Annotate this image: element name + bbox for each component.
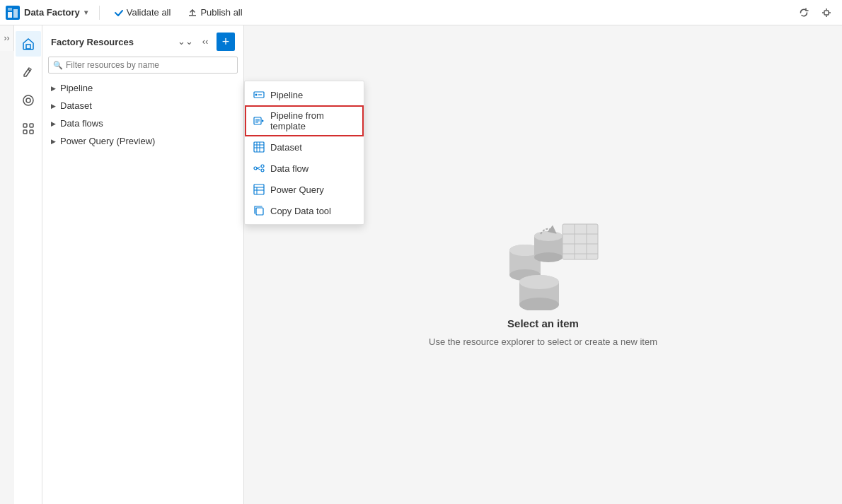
- manage-icon: [22, 122, 35, 135]
- expand-icon: ››: [4, 33, 10, 43]
- svg-line-34: [257, 168, 260, 170]
- settings-button[interactable]: [817, 3, 836, 23]
- add-resource-dropdown: Pipeline Pipeline from template: [244, 81, 364, 225]
- svg-rect-16: [23, 130, 27, 134]
- sidebar-header: Factory Resources ⌄⌄ ‹‹ +: [42, 25, 243, 57]
- brand-chevron[interactable]: ▾: [84, 8, 88, 16]
- dataset-chevron: ▶: [51, 102, 56, 110]
- collapse-icon: ⌄⌄: [178, 36, 193, 47]
- sidebar-tree: ▶ Pipeline ▶ Dataset ▶ Data flows ▶ Powe…: [42, 79, 243, 504]
- power-query-menu-icon: [253, 184, 265, 195]
- sidebar-header-actions: ⌄⌄ ‹‹ +: [177, 33, 235, 51]
- menu-item-dataset[interactable]: Dataset: [245, 136, 364, 158]
- menu-item-power-query[interactable]: Power Query: [245, 179, 364, 200]
- search-input[interactable]: [66, 60, 233, 70]
- main-layout: ››: [0, 25, 842, 504]
- pipeline-template-menu-icon: [253, 115, 265, 127]
- powerquery-chevron: ▶: [51, 138, 56, 145]
- plus-icon: +: [222, 35, 230, 48]
- dataset-label: Dataset: [60, 100, 92, 111]
- pipeline-chevron: ▶: [51, 85, 56, 92]
- data-factory-icon: [6, 6, 20, 20]
- dataset-menu-icon: [253, 141, 265, 153]
- svg-rect-35: [254, 184, 264, 194]
- topbar: Data Factory ▾ Validate all Publish all: [0, 0, 842, 25]
- svg-rect-15: [30, 124, 33, 127]
- empty-state-title: Select an item: [507, 317, 579, 329]
- validate-all-button[interactable]: Validate all: [108, 4, 177, 20]
- refresh-button[interactable]: [794, 3, 814, 23]
- menu-dataset-label: Dataset: [270, 142, 302, 153]
- svg-point-32: [261, 169, 264, 172]
- nav-edit[interactable]: [16, 59, 41, 85]
- add-resource-button[interactable]: +: [217, 33, 235, 51]
- tree-item-dataflows[interactable]: ▶ Data flows: [42, 115, 243, 132]
- svg-rect-1: [8, 12, 12, 18]
- menu-data-flow-label: Data flow: [270, 163, 308, 174]
- copy-data-menu-icon: [253, 205, 265, 216]
- svg-rect-2: [13, 9, 18, 18]
- search-icon: 🔍: [53, 61, 63, 70]
- validate-icon: [114, 8, 124, 18]
- publish-icon: [188, 8, 197, 18]
- data-flow-menu-icon: [253, 163, 265, 174]
- svg-rect-39: [256, 208, 263, 215]
- sidebar-title: Factory Resources: [51, 37, 134, 47]
- svg-line-11: [28, 69, 30, 71]
- monitor-icon: [22, 94, 35, 107]
- powerquery-label: Power Query (Preview): [60, 136, 155, 146]
- svg-point-46: [534, 252, 563, 262]
- search-box[interactable]: 🔍: [48, 57, 238, 74]
- svg-rect-3: [8, 8, 12, 11]
- expand-nav-button[interactable]: ››: [0, 25, 14, 51]
- topbar-divider: [99, 6, 100, 20]
- svg-point-19: [255, 94, 258, 96]
- svg-point-47: [534, 231, 563, 241]
- collapse-sidebar-button[interactable]: ‹‹: [197, 33, 214, 49]
- menu-item-pipeline-from-template[interactable]: Pipeline from template: [245, 105, 364, 136]
- menu-item-copy-data-tool[interactable]: Copy Data tool: [245, 200, 364, 221]
- refresh-icon: [799, 8, 809, 18]
- double-chevron-icon: ‹‹: [202, 36, 209, 47]
- menu-power-query-label: Power Query: [270, 184, 324, 195]
- svg-point-31: [261, 165, 264, 168]
- empty-state-illustration: [472, 183, 613, 310]
- svg-rect-17: [30, 130, 33, 134]
- svg-line-33: [257, 167, 260, 168]
- collapse-button[interactable]: ⌄⌄: [177, 33, 194, 49]
- icon-nav: [14, 25, 42, 504]
- brand-name: Data Factory: [24, 7, 80, 18]
- menu-item-data-flow[interactable]: Data flow: [245, 158, 364, 179]
- svg-point-30: [254, 167, 257, 170]
- publish-all-button[interactable]: Publish all: [182, 4, 248, 20]
- pipeline-menu-icon: [253, 89, 265, 100]
- tree-item-dataset[interactable]: ▶ Dataset: [42, 97, 243, 115]
- edit-icon: [22, 66, 35, 78]
- nav-manage[interactable]: [16, 116, 41, 141]
- tree-item-powerquery[interactable]: ▶ Power Query (Preview): [42, 132, 243, 150]
- home-icon: [22, 37, 35, 50]
- empty-state: Select an item Use the resource explorer…: [429, 183, 657, 347]
- brand: Data Factory ▾: [6, 6, 88, 20]
- dataflows-chevron: ▶: [51, 120, 56, 127]
- settings-icon: [821, 8, 831, 18]
- sidebar: Factory Resources ⌄⌄ ‹‹ + 🔍 ▶ Pipeline: [42, 25, 244, 504]
- svg-rect-25: [254, 142, 264, 152]
- menu-copy-data-label: Copy Data tool: [270, 206, 331, 216]
- svg-rect-14: [23, 124, 27, 127]
- nav-monitor[interactable]: [16, 88, 41, 113]
- svg-rect-10: [26, 45, 30, 49]
- svg-point-57: [519, 275, 559, 289]
- svg-point-12: [23, 95, 33, 105]
- topbar-actions: [794, 3, 836, 23]
- tree-item-pipeline[interactable]: ▶ Pipeline: [42, 79, 243, 97]
- menu-pipeline-label: Pipeline: [270, 90, 303, 100]
- svg-rect-5: [824, 11, 829, 15]
- dataflows-label: Data flows: [60, 118, 103, 129]
- svg-point-13: [26, 98, 30, 102]
- menu-item-pipeline[interactable]: Pipeline: [245, 84, 364, 105]
- menu-pipeline-template-label: Pipeline from template: [270, 110, 355, 131]
- empty-state-description: Use the resource explorer to select or c…: [429, 336, 657, 347]
- pipeline-label: Pipeline: [60, 83, 93, 93]
- nav-home[interactable]: [16, 31, 41, 57]
